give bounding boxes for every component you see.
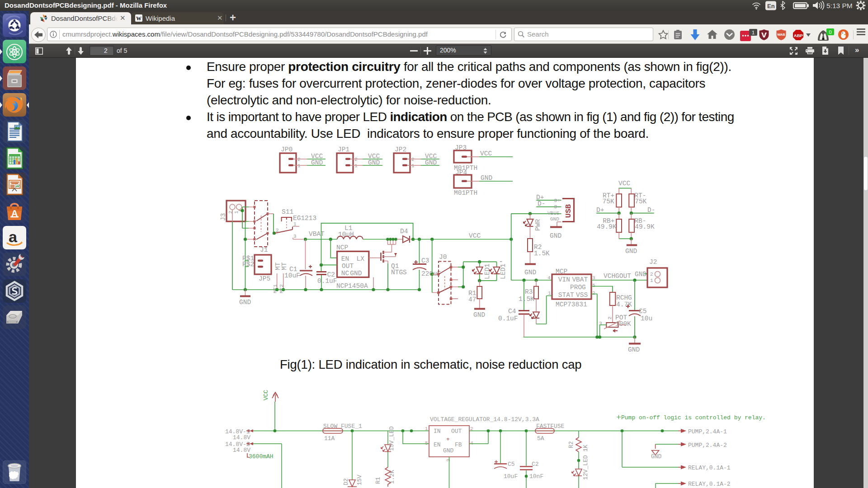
- svg-text:PUMP,2.4A-1: PUMP,2.4A-1: [688, 428, 727, 435]
- svg-text:FB: FB: [455, 441, 462, 448]
- svg-text:15V_LED: 15V_LED: [388, 426, 395, 451]
- svg-text:+: +: [446, 436, 450, 443]
- svg-text:C4: C4: [508, 308, 516, 315]
- svg-text:10uF: 10uF: [504, 473, 518, 480]
- svg-text:2: 2: [607, 316, 613, 319]
- svg-text:NTGS: NTGS: [391, 269, 407, 276]
- svg-text:PROG: PROG: [570, 284, 586, 291]
- svg-text:GND: GND: [368, 159, 380, 166]
- svg-text:OUT: OUT: [451, 428, 462, 435]
- svg-text:GND: GND: [239, 299, 251, 306]
- svg-text:D+: D+: [554, 198, 560, 203]
- svg-text:10nF: 10nF: [529, 473, 543, 480]
- svg-text:En: En: [767, 3, 775, 9]
- svg-text:EG1213: EG1213: [293, 215, 316, 222]
- svg-text:PUMP,2.4A-2: PUMP,2.4A-2: [688, 442, 727, 449]
- svg-text:GND: GND: [481, 174, 492, 182]
- svg-text:M01PTH: M01PTH: [454, 189, 477, 197]
- svg-text:S11: S11: [282, 208, 293, 216]
- svg-text:2: 2: [297, 157, 301, 162]
- svg-text:MT: MT: [281, 262, 288, 270]
- svg-text:JP2: JP2: [395, 146, 406, 153]
- svg-text:NCP1450A: NCP1450A: [336, 282, 368, 290]
- svg-text:4: 4: [547, 275, 551, 281]
- svg-text:1: 1: [234, 211, 239, 214]
- svg-text:1: 1: [752, 30, 755, 35]
- svg-text:WAB: WAB: [777, 33, 785, 37]
- svg-text:5: 5: [592, 283, 595, 288]
- svg-text:NCP: NCP: [336, 244, 348, 251]
- svg-text:D-: D-: [647, 206, 655, 214]
- svg-text:5A: 5A: [537, 435, 544, 442]
- svg-text:MCP73831: MCP73831: [556, 301, 587, 308]
- svg-text:75K: 75K: [603, 198, 614, 205]
- svg-text:NC: NC: [341, 270, 349, 277]
- svg-text:a: a: [9, 228, 18, 245]
- svg-text:D2: D2: [343, 478, 349, 485]
- svg-text:2: 2: [470, 426, 473, 432]
- svg-text:GND: GND: [625, 248, 637, 255]
- svg-text:VBUS: VBUS: [547, 211, 560, 216]
- svg-text:3: 3: [293, 234, 297, 239]
- svg-text:VBAT: VBAT: [309, 230, 325, 238]
- svg-text:P$2: P$2: [242, 261, 254, 268]
- svg-text:5:13 PM: 5:13 PM: [826, 2, 853, 9]
- svg-text:4: 4: [470, 441, 473, 446]
- svg-text:2: 2: [411, 157, 415, 162]
- svg-text:GND: GND: [524, 269, 536, 276]
- svg-text:1.5K: 1.5K: [519, 296, 534, 303]
- svg-text:11A: 11A: [324, 435, 335, 442]
- svg-text:2: 2: [650, 272, 653, 277]
- svg-text:0.1uF: 0.1uF: [498, 315, 518, 322]
- svg-text:W: W: [136, 15, 142, 22]
- svg-text:EN: EN: [434, 441, 441, 448]
- svg-text:1: 1: [354, 163, 358, 169]
- svg-text:2: 2: [276, 228, 279, 233]
- svg-text:JP5: JP5: [259, 275, 270, 282]
- svg-text:75K: 75K: [635, 198, 646, 205]
- svg-text:Pump on-off logic is controlle: Pump on-off logic is controlled by relay…: [621, 414, 766, 421]
- svg-text:1: 1: [293, 221, 297, 227]
- svg-text:2: 2: [354, 157, 358, 162]
- svg-text:GND: GND: [651, 453, 662, 460]
- svg-text:GND: GND: [635, 271, 646, 278]
- svg-text:10uF: 10uF: [284, 272, 300, 279]
- svg-text:R3: R3: [525, 288, 533, 296]
- svg-text:D-: D-: [538, 200, 545, 207]
- svg-text:12V_LED 1K: 12V_LED 1K: [582, 445, 589, 480]
- svg-text:R2: R2: [568, 441, 575, 448]
- svg-text:14.8V: 14.8V: [233, 434, 250, 441]
- svg-text:1.2K: 1.2K: [389, 470, 396, 484]
- svg-text:10u: 10u: [641, 315, 652, 322]
- svg-text:GND: GND: [550, 216, 559, 222]
- svg-text:VCC: VCC: [618, 180, 630, 187]
- svg-text:3600mAH: 3600mAH: [249, 453, 274, 460]
- svg-text:C3: C3: [421, 257, 429, 264]
- svg-text:RELAY,0.1A-1: RELAY,0.1A-1: [688, 465, 731, 471]
- svg-text:JP0: JP0: [281, 146, 292, 153]
- svg-text:GND: GND: [550, 232, 561, 239]
- svg-text:D-: D-: [554, 204, 560, 210]
- svg-text:VCC: VCC: [469, 232, 481, 239]
- svg-text:GND: GND: [473, 311, 485, 319]
- svg-text:49.9K: 49.9K: [635, 223, 655, 230]
- svg-text:PWR: PWR: [534, 219, 542, 231]
- svg-text:OUT: OUT: [342, 263, 354, 270]
- svg-text:JP1: JP1: [338, 146, 349, 153]
- svg-text:GND: GND: [628, 346, 640, 353]
- svg-text:100K: 100K: [615, 320, 631, 328]
- svg-text:GND: GND: [311, 159, 323, 166]
- svg-text:4.7K: 4.7K: [616, 301, 632, 308]
- svg-text:3: 3: [446, 459, 451, 462]
- svg-text:LED1: LED1: [484, 263, 491, 279]
- svg-text:VSS: VSS: [576, 291, 588, 299]
- svg-text:1: 1: [425, 426, 428, 432]
- svg-text:15V: 15V: [356, 474, 363, 485]
- svg-text:D4: D4: [400, 228, 408, 235]
- svg-text:STAT: STAT: [558, 291, 574, 299]
- svg-text:D+: D+: [596, 206, 604, 214]
- svg-text:0: 0: [829, 29, 832, 35]
- svg-text:RELAY,0.1A-2: RELAY,0.1A-2: [688, 481, 731, 488]
- svg-text:EN: EN: [341, 255, 349, 263]
- svg-text:VCHGOUT: VCHGOUT: [604, 272, 631, 280]
